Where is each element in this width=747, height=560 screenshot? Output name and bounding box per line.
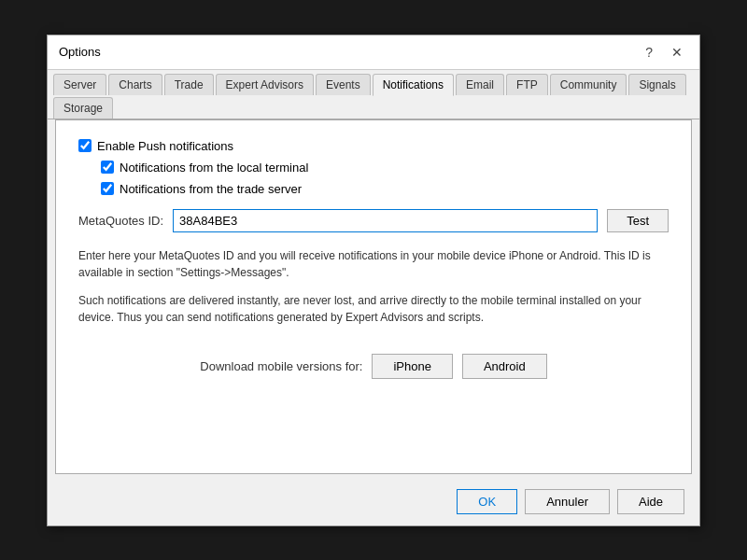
dialog-title: Options: [59, 45, 101, 59]
tab-email[interactable]: Email: [456, 74, 504, 95]
help-button[interactable]: Aide: [617, 489, 684, 514]
trade-server-row: Notifications from the trade server: [101, 182, 669, 196]
enable-push-row: Enable Push notifications: [78, 139, 669, 153]
tab-ftp[interactable]: FTP: [506, 74, 548, 95]
tab-community[interactable]: Community: [550, 74, 627, 95]
footer: OK Annuler Aide: [48, 482, 699, 525]
local-terminal-label: Notifications from the local terminal: [120, 161, 308, 175]
metaquotes-id-row: MetaQuotes ID: Test: [78, 209, 669, 232]
ok-button[interactable]: OK: [457, 489, 517, 514]
tab-expert-advisors[interactable]: Expert Advisors: [216, 74, 314, 95]
tab-events[interactable]: Events: [316, 74, 371, 95]
help-title-button[interactable]: ?: [640, 43, 658, 62]
tab-charts[interactable]: Charts: [108, 74, 162, 95]
title-bar: Options ? ✕: [48, 35, 699, 70]
metaquotes-id-input[interactable]: [173, 209, 598, 232]
trade-server-checkbox[interactable]: [101, 182, 114, 195]
local-terminal-row: Notifications from the local terminal: [101, 161, 669, 175]
metaquotes-id-label: MetaQuotes ID:: [78, 214, 163, 228]
android-button[interactable]: Android: [462, 354, 547, 379]
tab-trade[interactable]: Trade: [164, 74, 214, 95]
download-label: Download mobile versions for:: [200, 359, 362, 373]
download-row: Download mobile versions for: iPhone And…: [78, 354, 669, 379]
enable-push-checkbox[interactable]: [78, 139, 92, 152]
tab-bar: Server Charts Trade Expert Advisors Even…: [48, 70, 699, 119]
tab-storage[interactable]: Storage: [53, 97, 113, 119]
iphone-button[interactable]: iPhone: [372, 354, 452, 379]
trade-server-label: Notifications from the trade server: [120, 182, 302, 196]
test-button[interactable]: Test: [607, 209, 669, 232]
options-dialog: Options ? ✕ Server Charts Trade Expert A…: [47, 35, 700, 526]
cancel-button[interactable]: Annuler: [525, 489, 610, 514]
tab-signals[interactable]: Signals: [628, 74, 685, 95]
info-text-2: Such notifications are delivered instant…: [78, 292, 669, 326]
info-text-1: Enter here your MetaQuotes ID and you wi…: [78, 247, 669, 281]
title-bar-controls: ? ✕: [640, 43, 688, 62]
tab-notifications[interactable]: Notifications: [373, 74, 454, 96]
local-terminal-checkbox[interactable]: [101, 161, 114, 174]
close-title-button[interactable]: ✕: [666, 43, 688, 62]
notifications-panel: Enable Push notifications Notifications …: [55, 119, 692, 474]
enable-push-label: Enable Push notifications: [97, 139, 233, 153]
tab-server[interactable]: Server: [53, 74, 106, 95]
